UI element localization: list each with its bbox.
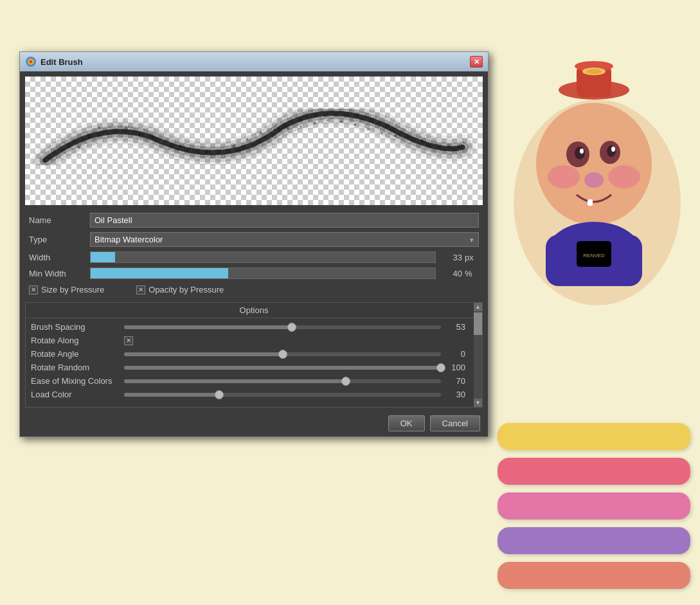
svg-point-28 bbox=[125, 127, 127, 129]
width-label: Width bbox=[29, 253, 90, 262]
swatch-salmon bbox=[498, 562, 690, 589]
svg-point-6 bbox=[608, 165, 640, 188]
svg-point-29 bbox=[138, 132, 140, 134]
name-row: Name bbox=[29, 213, 479, 228]
scroll-down-arrow[interactable]: ▼ bbox=[474, 399, 482, 407]
svg-point-26 bbox=[98, 127, 100, 129]
type-select-wrapper: Bitmap Watercolor Pixel Soft Airbrush ▾ bbox=[90, 232, 479, 247]
cancel-button[interactable]: Cancel bbox=[430, 415, 480, 431]
svg-point-33 bbox=[192, 150, 194, 152]
svg-point-12 bbox=[611, 147, 615, 152]
opacity-by-pressure-item: ✕ Opacity by Pressure bbox=[136, 285, 224, 294]
type-label: Type bbox=[29, 235, 90, 244]
type-row: Type Bitmap Watercolor Pixel Soft Airbru… bbox=[29, 232, 479, 247]
minwidth-slider-fill bbox=[91, 268, 228, 278]
svg-point-49 bbox=[408, 137, 409, 139]
rotate-random-row: Rotate Random 100 bbox=[31, 363, 465, 372]
ease-mixing-slider[interactable] bbox=[124, 379, 441, 383]
load-color-thumb[interactable] bbox=[215, 390, 224, 399]
svg-point-43 bbox=[327, 120, 329, 122]
size-by-pressure-checkbox[interactable]: ✕ bbox=[29, 285, 38, 294]
swatch-pink bbox=[498, 492, 690, 519]
svg-point-24 bbox=[78, 146, 80, 149]
svg-point-39 bbox=[273, 129, 275, 131]
checkbox-row: ✕ Size by Pressure ✕ Opacity by Pressure bbox=[29, 284, 479, 296]
character-art: RENVED bbox=[481, 35, 687, 325]
svg-point-45 bbox=[354, 124, 355, 126]
minwidth-unit: % bbox=[465, 269, 479, 278]
title-bar-left: Edit Brush bbox=[25, 56, 83, 68]
ease-mixing-label: Ease of Mixing Colors bbox=[31, 376, 124, 386]
svg-point-9 bbox=[575, 147, 585, 159]
brush-spacing-value: 53 bbox=[446, 322, 465, 332]
close-button[interactable]: ✕ bbox=[470, 56, 483, 68]
button-row: OK Cancel bbox=[20, 410, 488, 437]
width-value: 33 bbox=[440, 253, 462, 262]
svg-point-37 bbox=[246, 139, 248, 141]
minwidth-row: Min Width 40 % bbox=[29, 267, 479, 279]
svg-point-40 bbox=[286, 127, 289, 129]
name-input[interactable] bbox=[90, 213, 479, 228]
brush-spacing-label: Brush Spacing bbox=[31, 322, 124, 332]
rotate-angle-thumb[interactable] bbox=[278, 350, 287, 359]
ease-mixing-row: Ease of Mixing Colors 70 bbox=[31, 376, 465, 386]
scrollbar[interactable]: ▲ ▼ bbox=[474, 303, 482, 407]
ok-button[interactable]: OK bbox=[388, 415, 425, 431]
size-by-pressure-item: ✕ Size by Pressure bbox=[29, 285, 104, 294]
options-header: Options bbox=[26, 303, 482, 318]
width-unit: px bbox=[465, 253, 479, 262]
rotate-along-checkbox[interactable]: ✕ bbox=[124, 336, 133, 345]
dialog-title: Edit Brush bbox=[40, 57, 83, 67]
load-color-slider[interactable] bbox=[124, 393, 441, 397]
svg-point-32 bbox=[179, 145, 181, 147]
opacity-by-pressure-label: Opacity by Pressure bbox=[148, 285, 224, 294]
size-by-pressure-label: Size by Pressure bbox=[41, 285, 104, 294]
minwidth-value: 40 bbox=[440, 269, 462, 278]
ease-mixing-value: 70 bbox=[446, 376, 465, 386]
rotate-random-label: Rotate Random bbox=[31, 363, 124, 372]
name-label: Name bbox=[29, 215, 90, 225]
ease-mixing-thumb[interactable] bbox=[341, 377, 350, 386]
options-section: Options Brush Spacing 53 Rotate Along ✕ … bbox=[25, 302, 483, 408]
type-select[interactable]: Bitmap Watercolor Pixel Soft Airbrush bbox=[90, 232, 479, 247]
svg-point-31 bbox=[165, 140, 167, 142]
rotate-along-row: Rotate Along ✕ bbox=[31, 336, 465, 345]
form-fields: Name Type Bitmap Watercolor Pixel Soft A… bbox=[20, 210, 488, 302]
rotate-angle-value: 0 bbox=[446, 349, 465, 359]
width-slider-fill bbox=[91, 252, 115, 262]
scroll-thumb[interactable] bbox=[474, 312, 482, 335]
edit-brush-dialog: Edit Brush ✕ bbox=[19, 51, 489, 437]
brush-stroke-preview bbox=[25, 77, 483, 205]
rotate-random-slider[interactable] bbox=[124, 366, 441, 370]
svg-point-44 bbox=[340, 120, 343, 123]
brush-spacing-slider[interactable] bbox=[124, 325, 441, 329]
scroll-up-arrow[interactable]: ▲ bbox=[474, 303, 482, 311]
title-bar: Edit Brush ✕ bbox=[20, 52, 488, 71]
rotate-random-value: 100 bbox=[446, 363, 465, 372]
load-color-value: 30 bbox=[446, 390, 465, 399]
minwidth-slider-container[interactable] bbox=[90, 267, 436, 279]
minwidth-label: Min Width bbox=[29, 269, 90, 278]
options-content: Brush Spacing 53 Rotate Along ✕ Rotate A… bbox=[26, 318, 473, 407]
svg-point-25 bbox=[88, 137, 90, 139]
brush-spacing-thumb[interactable] bbox=[287, 323, 296, 332]
swatch-yellow bbox=[498, 423, 690, 450]
opacity-by-pressure-checkbox[interactable]: ✕ bbox=[136, 285, 145, 294]
rotate-angle-slider[interactable] bbox=[124, 352, 441, 356]
brush-spacing-row: Brush Spacing 53 bbox=[31, 322, 465, 332]
svg-point-47 bbox=[381, 132, 382, 134]
svg-point-5 bbox=[548, 165, 580, 188]
rotate-along-label: Rotate Along bbox=[31, 336, 124, 345]
svg-point-48 bbox=[394, 134, 397, 137]
svg-point-30 bbox=[152, 136, 154, 139]
rotate-random-thumb[interactable] bbox=[436, 363, 445, 372]
brush-preview bbox=[25, 77, 483, 205]
svg-point-36 bbox=[232, 145, 235, 147]
swatch-red bbox=[498, 458, 690, 485]
svg-point-34 bbox=[206, 151, 208, 154]
width-row: Width 33 px bbox=[29, 251, 479, 263]
width-slider-container[interactable] bbox=[90, 251, 436, 263]
svg-point-27 bbox=[112, 124, 114, 126]
svg-point-35 bbox=[219, 150, 221, 152]
rotate-angle-label: Rotate Angle bbox=[31, 349, 124, 359]
